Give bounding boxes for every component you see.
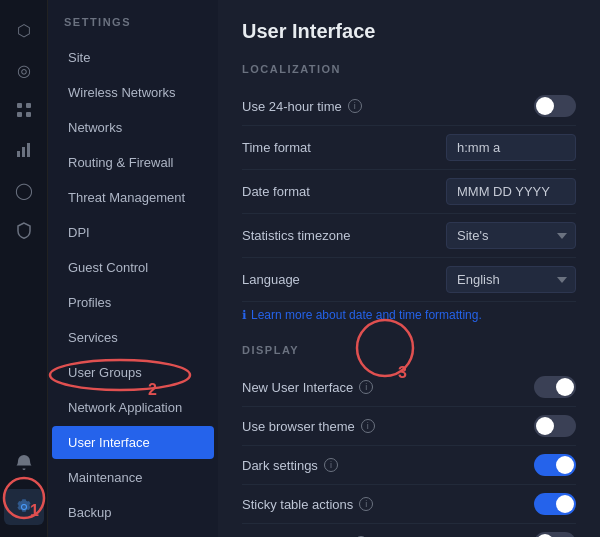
setting-label-date-format: Date format (242, 184, 310, 199)
setting-label-time-format: Time format (242, 140, 311, 155)
dark-settings-info-icon[interactable]: i (324, 458, 338, 472)
learn-more-link[interactable]: ℹ Learn more about date and time formatt… (242, 302, 576, 328)
setting-row-language: Language English Spanish French (242, 258, 576, 302)
svg-rect-1 (26, 103, 31, 108)
dashboard-icon[interactable]: ◎ (4, 52, 44, 88)
stats-icon[interactable] (4, 132, 44, 168)
sidebar-item-networks[interactable]: Networks (52, 111, 214, 144)
setting-label-use-24h: Use 24-hour time i (242, 99, 362, 114)
setting-label-dark-settings: Dark settings i (242, 458, 338, 473)
setting-row-new-user-interface: New User Interface i (242, 368, 576, 407)
use-24h-info-icon[interactable]: i (348, 99, 362, 113)
stats-timezone-select[interactable]: Site's UTC Browser (446, 222, 576, 249)
new-user-interface-toggle[interactable] (534, 376, 576, 398)
sidebar-item-guest-control[interactable]: Guest Control (52, 251, 214, 284)
svg-rect-5 (22, 147, 25, 157)
sidebar-item-services[interactable]: Services (52, 321, 214, 354)
browser-theme-toggle-thumb (536, 417, 554, 435)
sidebar-item-threat-management[interactable]: Threat Management (52, 181, 214, 214)
use-24h-toggle-thumb (536, 97, 554, 115)
app-wrapper: ⬡ ◎ ◯ SETTINGS Site Wireless Networks Ne… (0, 0, 600, 537)
setting-label-use-browser-theme: Use browser theme i (242, 419, 375, 434)
date-format-input[interactable] (446, 178, 576, 205)
use-browser-theme-toggle[interactable] (534, 415, 576, 437)
sidebar-item-user-interface[interactable]: User Interface (52, 426, 214, 459)
sticky-table-actions-toggle[interactable] (534, 493, 576, 515)
main-content: User Interface LOCALIZATION Use 24-hour … (218, 0, 600, 537)
sidebar-item-maintenance[interactable]: Maintenance (52, 461, 214, 494)
browser-theme-info-icon[interactable]: i (361, 419, 375, 433)
svg-rect-6 (27, 143, 30, 157)
setting-row-date-format: Date format (242, 170, 576, 214)
shield-icon[interactable] (4, 212, 44, 248)
dark-settings-toggle[interactable] (534, 454, 576, 476)
sticky-table-info-icon[interactable]: i (359, 497, 373, 511)
info-icon-small: ℹ (242, 308, 247, 322)
setting-row-stats-timezone: Statistics timezone Site's UTC Browser (242, 214, 576, 258)
new-ui-info-icon[interactable]: i (359, 380, 373, 394)
svg-rect-2 (17, 112, 22, 117)
setting-row-use-24h: Use 24-hour time i (242, 87, 576, 126)
sidebar-item-user-groups[interactable]: User Groups (52, 356, 214, 389)
setting-row-dark-settings: Dark settings i (242, 446, 576, 485)
svg-rect-4 (17, 151, 20, 157)
nav-sidebar: SETTINGS Site Wireless Networks Networks… (48, 0, 218, 537)
alerts-icon[interactable] (4, 445, 44, 481)
setting-row-time-format: Time format (242, 126, 576, 170)
settings-icon[interactable] (4, 489, 44, 525)
svg-rect-3 (26, 112, 31, 117)
setting-row-sticky-table-actions: Sticky table actions i (242, 485, 576, 524)
dark-settings-toggle-thumb (556, 456, 574, 474)
localization-section-title: LOCALIZATION (242, 63, 576, 75)
time-format-input[interactable] (446, 134, 576, 161)
sticky-table-toggle-thumb (556, 495, 574, 513)
language-select[interactable]: English Spanish French (446, 266, 576, 293)
sidebar-item-routing-firewall[interactable]: Routing & Firewall (52, 146, 214, 179)
clients-icon[interactable] (4, 92, 44, 128)
sidebar-item-profiles[interactable]: Profiles (52, 286, 214, 319)
new-ui-toggle-thumb (556, 378, 574, 396)
settings-title: SETTINGS (48, 8, 218, 40)
setting-label-sticky-table-actions: Sticky table actions i (242, 497, 373, 512)
setting-label-new-user-interface: New User Interface i (242, 380, 373, 395)
page-title: User Interface (242, 20, 576, 43)
display-section-title: DISPLAY (242, 344, 576, 356)
responsive-tables-toggle[interactable] (534, 532, 576, 537)
sidebar-item-dpi[interactable]: DPI (52, 216, 214, 249)
sidebar-item-network-application[interactable]: Network Application (52, 391, 214, 424)
setting-label-language: Language (242, 272, 300, 287)
sidebar-item-wireless-networks[interactable]: Wireless Networks (52, 76, 214, 109)
setting-row-use-browser-theme: Use browser theme i (242, 407, 576, 446)
network-icon[interactable]: ⬡ (4, 12, 44, 48)
setting-row-responsive-tables: Responsive tables i (242, 524, 576, 537)
sidebar-item-site[interactable]: Site (52, 41, 214, 74)
setting-label-stats-timezone: Statistics timezone (242, 228, 350, 243)
svg-rect-0 (17, 103, 22, 108)
map-icon[interactable]: ◯ (4, 172, 44, 208)
icon-sidebar: ⬡ ◎ ◯ (0, 0, 48, 537)
use-24h-toggle[interactable] (534, 95, 576, 117)
sidebar-item-backup[interactable]: Backup (52, 496, 214, 529)
